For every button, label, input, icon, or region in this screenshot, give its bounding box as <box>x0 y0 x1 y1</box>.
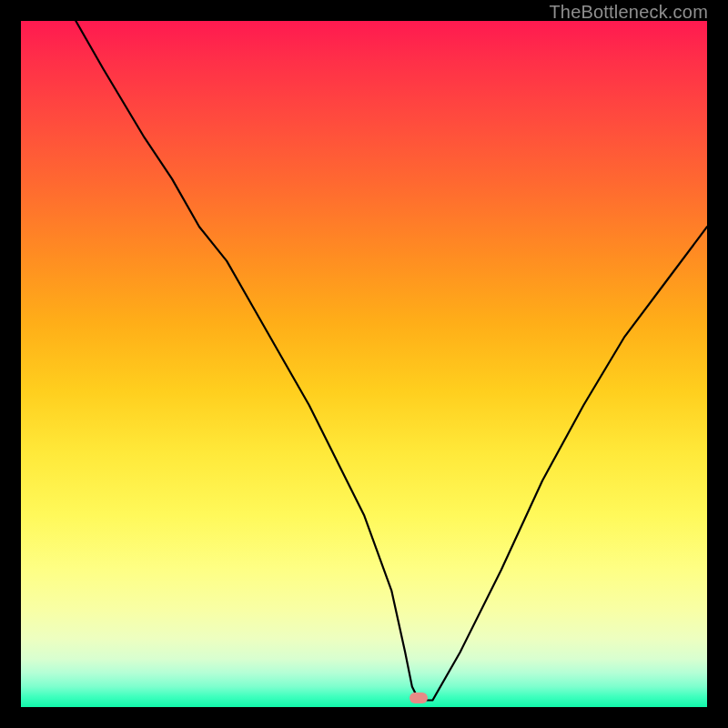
bottleneck-curve <box>21 21 707 707</box>
optimal-point-marker <box>410 693 428 703</box>
chart-frame: TheBottleneck.com <box>0 0 728 728</box>
watermark-text: TheBottleneck.com <box>549 2 708 23</box>
plot-area <box>21 21 707 707</box>
